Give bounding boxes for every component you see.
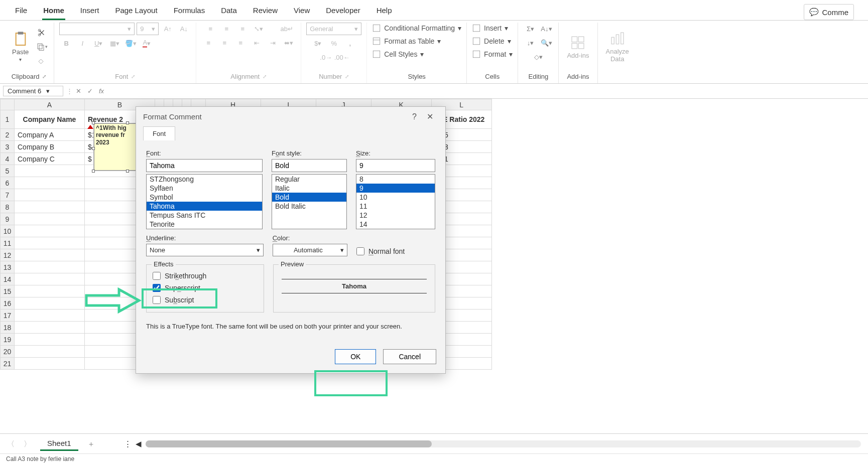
row-header[interactable]: 19: [1, 334, 15, 346]
autosum-icon[interactable]: Σ▾: [523, 23, 537, 35]
insert-cells-button[interactable]: Insert ▾: [472, 23, 508, 34]
row-header[interactable]: 1: [1, 110, 15, 129]
row-header[interactable]: 12: [1, 249, 15, 261]
cell[interactable]: [15, 358, 85, 370]
align-middle-icon[interactable]: ≡: [219, 23, 233, 35]
cell[interactable]: Company A: [15, 129, 85, 141]
font-color-button[interactable]: A▾: [140, 37, 154, 49]
decrease-indent-icon[interactable]: ⇤: [250, 37, 264, 49]
row-header[interactable]: 16: [1, 297, 15, 310]
tab-view[interactable]: View: [293, 4, 311, 20]
percent-icon[interactable]: %: [327, 37, 341, 49]
cell[interactable]: Company Name: [15, 110, 85, 129]
cell[interactable]: [15, 201, 85, 213]
merge-icon[interactable]: ⬌▾: [282, 37, 296, 49]
row-header[interactable]: 5: [1, 165, 15, 177]
ok-button[interactable]: OK: [335, 349, 376, 364]
underline-button[interactable]: U▾: [91, 37, 105, 49]
list-item[interactable]: Italic: [272, 184, 346, 193]
row-header[interactable]: 11: [1, 237, 15, 249]
number-format-select[interactable]: General▾: [306, 23, 361, 35]
row-header[interactable]: 8: [1, 201, 15, 213]
scroll-left-icon[interactable]: ◀: [136, 439, 142, 448]
cell[interactable]: [15, 322, 85, 334]
comments-button[interactable]: 💬 Comme: [804, 4, 854, 20]
row-header[interactable]: 14: [1, 273, 15, 285]
cell-styles-button[interactable]: Cell Styles ▾: [372, 49, 424, 60]
bold-button[interactable]: B: [59, 37, 73, 49]
tab-insert[interactable]: Insert: [79, 4, 100, 20]
underline-select[interactable]: None▾: [146, 244, 264, 256]
close-icon[interactable]: ✕: [422, 112, 438, 121]
list-item[interactable]: 11: [356, 202, 435, 211]
tab-page-layout[interactable]: Page Layout: [114, 4, 158, 20]
align-bottom-icon[interactable]: ≡: [235, 23, 250, 35]
tab-formulas[interactable]: Formulas: [173, 4, 206, 20]
copy-button[interactable]: ▾: [35, 41, 49, 53]
cell[interactable]: [15, 165, 85, 177]
list-item[interactable]: Tahoma: [147, 202, 262, 211]
list-item[interactable]: Symbol: [147, 193, 262, 202]
paste-button[interactable]: Paste ▾: [9, 29, 32, 64]
cell[interactable]: [15, 297, 85, 310]
next-sheet-icon[interactable]: 〉: [24, 439, 31, 449]
normal-font-checkbox[interactable]: [356, 247, 364, 255]
decrease-decimal-icon[interactable]: .00←: [335, 51, 349, 63]
tab-home[interactable]: Home: [42, 4, 65, 20]
row-header[interactable]: 9: [1, 213, 15, 225]
find-icon[interactable]: 🔍▾: [539, 37, 553, 49]
cancel-button[interactable]: Cancel: [383, 349, 436, 364]
row-header[interactable]: 7: [1, 189, 15, 201]
border-button[interactable]: ▦▾: [107, 37, 121, 49]
font-listbox[interactable]: STZhongsongSylfaenSymbolTahomaTempus San…: [146, 174, 263, 229]
size-input[interactable]: [356, 159, 435, 172]
row-header[interactable]: 18: [1, 322, 15, 334]
format-painter-button[interactable]: [35, 55, 49, 67]
style-listbox[interactable]: RegularItalicBoldBold Italic: [272, 174, 347, 229]
row-header[interactable]: 17: [1, 310, 15, 322]
font-launcher-icon[interactable]: ⤢: [131, 74, 135, 79]
clear-icon[interactable]: ◇▾: [531, 51, 545, 63]
format-cells-button[interactable]: Format ▾: [472, 49, 513, 60]
help-icon[interactable]: ?: [407, 112, 422, 121]
cell[interactable]: [15, 310, 85, 322]
conditional-formatting-button[interactable]: Conditional Formatting ▾: [372, 23, 461, 34]
size-listbox[interactable]: 8910111214: [356, 174, 435, 229]
list-item[interactable]: STZhongsong: [147, 175, 262, 184]
fill-color-button[interactable]: 🪣▾: [123, 37, 138, 49]
tab-file[interactable]: File: [14, 4, 28, 20]
cell[interactable]: Company B: [15, 141, 85, 153]
color-select[interactable]: Automatic▾: [273, 244, 347, 256]
tab-data[interactable]: Data: [220, 4, 238, 20]
font-input[interactable]: [146, 159, 263, 172]
fx-icon[interactable]: fx: [99, 87, 104, 95]
list-item[interactable]: Regular: [272, 175, 346, 184]
list-item[interactable]: Tenorite: [147, 220, 262, 229]
list-item[interactable]: 12: [356, 211, 435, 220]
row-header[interactable]: 15: [1, 285, 15, 297]
align-left-icon[interactable]: ≡: [201, 37, 215, 49]
column-header[interactable]: [1, 99, 15, 110]
row-header[interactable]: 3: [1, 141, 15, 153]
list-item[interactable]: Bold Italic: [272, 202, 346, 211]
new-sheet-icon[interactable]: ＋: [87, 439, 95, 449]
sheet-tab[interactable]: Sheet1: [40, 437, 78, 451]
cell[interactable]: [15, 213, 85, 225]
row-header[interactable]: 4: [1, 153, 15, 165]
list-item[interactable]: 14: [356, 220, 435, 229]
list-item[interactable]: 8: [356, 175, 435, 184]
row-header[interactable]: 20: [1, 346, 15, 358]
list-item[interactable]: Bold: [272, 193, 346, 202]
decrease-font-icon[interactable]: A↓: [177, 23, 191, 35]
row-header[interactable]: 21: [1, 358, 15, 370]
horizontal-scrollbar[interactable]: ⋮ ◀: [124, 439, 861, 448]
prev-sheet-icon[interactable]: 〈: [7, 439, 15, 449]
font-name-select[interactable]: ▾: [59, 23, 135, 35]
align-top-icon[interactable]: ≡: [203, 23, 217, 35]
alignment-launcher-icon[interactable]: ⤢: [263, 74, 267, 79]
wrap-text-icon[interactable]: ab↵: [280, 23, 294, 35]
accounting-icon[interactable]: $▾: [311, 37, 325, 49]
tab-help[interactable]: Help: [376, 4, 393, 20]
clipboard-launcher-icon[interactable]: ⤢: [42, 74, 46, 79]
cell[interactable]: [15, 334, 85, 346]
